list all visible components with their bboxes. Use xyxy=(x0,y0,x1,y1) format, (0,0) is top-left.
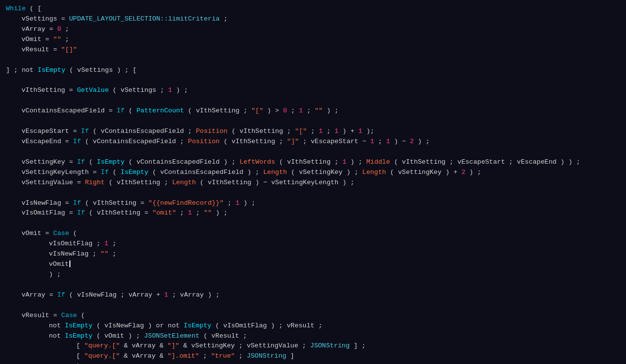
line-blank-2 xyxy=(0,75,626,86)
line-vescape-end: vEscapeEnd = If ( vContainsEscapedField … xyxy=(0,137,626,147)
line-vresult: vResult = "[]" xyxy=(0,45,626,55)
line-vresult-case-5: ) ; xyxy=(0,362,626,364)
line-while: While ( [ xyxy=(0,4,626,14)
line-blank-7 xyxy=(0,218,626,229)
line-varray: vArray = 0 ; xyxy=(0,24,626,35)
line-varray-update: vArray = If ( vIsNewFlag ; vArray + 1 ; … xyxy=(0,290,626,300)
line-vresult-case-3: [ "query.[" & vArray & "]" & vSettingKey… xyxy=(0,341,626,351)
line-blank-5 xyxy=(0,147,626,157)
line-vsettingkey-length: vSettingKeyLength = If ( IsEmpty ( vCont… xyxy=(0,168,626,178)
line-blank-8 xyxy=(0,280,626,290)
line-vcontains: vContainsEscapedField = If ( PatternCoun… xyxy=(0,106,626,116)
line-visnewflag: vIsNewFlag = If ( vIthSetting = "{{newFi… xyxy=(0,198,626,209)
line-vsettingkey: vSettingKey = If ( IsEmpty ( vContainsEs… xyxy=(0,157,626,168)
code-editor: While ( [ vSettings = UPDATE_LAYOUT_SELE… xyxy=(0,0,626,364)
line-while-condition: ] ; not IsEmpty ( vSettings ) ; [ xyxy=(0,65,626,76)
line-blank-1 xyxy=(0,55,626,65)
line-blank-4 xyxy=(0,116,626,127)
line-vithsetting: vIthSetting = GetValue ( vSettings ; 1 )… xyxy=(0,86,626,96)
line-vresult-case-4: [ "query.[" & vArray & "].omit" ; "true"… xyxy=(0,351,626,362)
line-vresult-case-2: not IsEmpty ( vOmit ) ; JSONSetElement (… xyxy=(0,331,626,342)
line-blank-9 xyxy=(0,300,626,311)
line-visomitflag: vIsOmitFlag = If ( vIthSetting = "omit" … xyxy=(0,208,626,218)
line-vresult-case-1: not IsEmpty ( vIsNewFlag ) or not IsEmpt… xyxy=(0,321,626,331)
line-case-3: vOmit xyxy=(0,259,626,270)
line-case-2: vIsNewFlag ; "" ; xyxy=(0,249,626,259)
line-vomit: vOmit = "" ; xyxy=(0,35,626,45)
line-vsettingvalue: vSettingValue = Right ( vIthSetting ; Le… xyxy=(0,178,626,188)
line-vescape-start: vEscapeStart = If ( vContainsEscapedFiel… xyxy=(0,127,626,137)
line-vomit-case: vOmit = Case ( xyxy=(0,229,626,239)
line-vsettings: vSettings = UPDATE_LAYOUT_SELECTION::lim… xyxy=(0,14,626,24)
line-blank-3 xyxy=(0,96,626,106)
line-blank-6 xyxy=(0,188,626,198)
line-case-close: ) ; xyxy=(0,270,626,280)
line-vresult-case: vResult = Case ( xyxy=(0,311,626,321)
line-case-1: vIsOmitFlag ; 1 ; xyxy=(0,239,626,249)
